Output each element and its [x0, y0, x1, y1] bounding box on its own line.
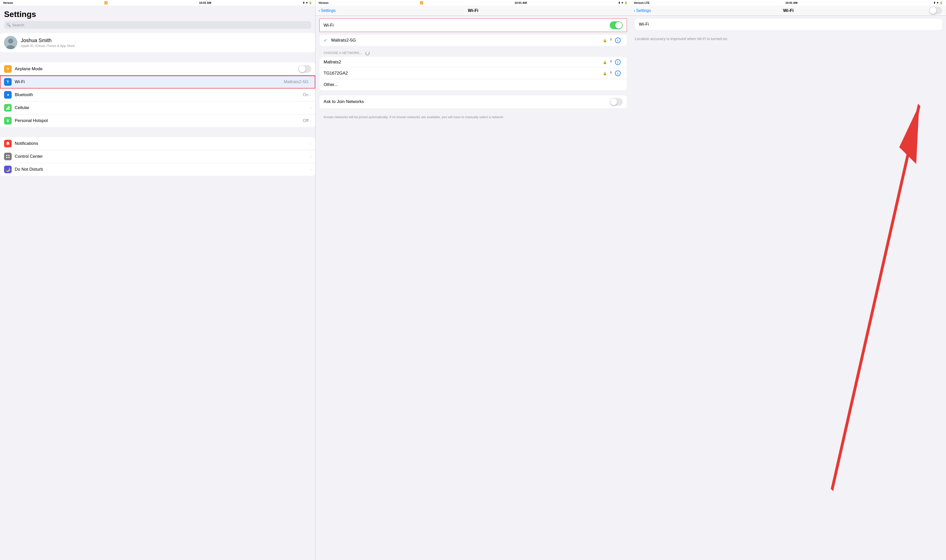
wifi-icon: [4, 78, 12, 86]
network-other-row[interactable]: Other...: [320, 79, 627, 90]
time-left: 10:01 AM: [199, 1, 211, 4]
wifi-off-content: Wi-Fi Location accuracy is improved when…: [631, 16, 946, 560]
airplane-mode-icon: ✈: [4, 65, 12, 73]
ask-join-section: Ask to Join Networks Known networks will…: [320, 95, 627, 123]
system-group: Notifications › Control Center ›: [0, 137, 315, 176]
bluetooth-row[interactable]: ✦ Bluetooth On ›: [0, 89, 315, 102]
do-not-disturb-chevron: ›: [310, 168, 311, 171]
status-bar-left: Verizon 📶 10:01 AM ⬆ ✦ 🔋: [0, 0, 315, 6]
time-middle: 10:01 AM: [515, 1, 527, 4]
svg-point-8: [6, 155, 8, 156]
network-tg-row[interactable]: TG1672GA2 🔒 i: [320, 68, 627, 79]
status-bar-right: Verizon LTE 10:01 AM ⬆ ✦ 🔋: [631, 0, 946, 6]
nav-bar-right: ‹ Settings Wi-Fi: [631, 6, 946, 16]
notifications-label: Notifications: [15, 141, 310, 146]
carrier-left: Verizon: [3, 1, 13, 4]
connected-network-info-btn[interactable]: i: [615, 37, 621, 43]
account-row[interactable]: Joshua Smith Apple ID, iCloud, iTunes & …: [0, 33, 315, 52]
connected-network-group: ✓ Mallrats2-5G 🔒 i: [320, 35, 627, 46]
cellular-row[interactable]: Cellular ›: [0, 102, 315, 114]
account-chevron: ›: [75, 41, 76, 45]
airplane-mode-row[interactable]: ✈ Airplane Mode: [0, 62, 315, 75]
svg-rect-3: [6, 108, 7, 110]
back-label-right: Settings: [636, 8, 651, 13]
tg-signal: [609, 71, 613, 75]
cellular-chevron: ›: [310, 106, 311, 110]
notifications-row[interactable]: Notifications ›: [0, 137, 315, 150]
ask-join-row[interactable]: Ask to Join Networks: [320, 95, 627, 108]
wifi-off-message: Location accuracy is improved when Wi-Fi…: [635, 35, 942, 42]
carrier-right: Verizon LTE: [634, 1, 649, 4]
ask-join-knob: [610, 98, 617, 105]
hotspot-label: Personal Hotspot: [15, 118, 303, 123]
airplane-mode-label: Airplane Mode: [15, 66, 298, 72]
ask-join-description: Known networks will be joined automatica…: [320, 113, 627, 123]
bluetooth-icon: ✦: [4, 91, 12, 98]
mallrats2-info-btn[interactable]: i: [615, 59, 621, 65]
back-button-right[interactable]: ‹ Settings: [634, 8, 651, 13]
svg-rect-5: [8, 106, 9, 110]
do-not-disturb-label: Do Not Disturb: [15, 167, 310, 172]
account-group: Joshua Smith Apple ID, iCloud, iTunes & …: [0, 33, 315, 52]
do-not-disturb-row[interactable]: 🌙 Do Not Disturb ›: [0, 163, 315, 176]
page-title: Settings: [0, 6, 315, 21]
status-bar-middle: Verizon 📶 10:01 AM ⬆ ✦ 🔋: [315, 0, 631, 6]
wifi-main-toggle-row[interactable]: Wi-Fi: [320, 19, 627, 32]
ask-join-label: Ask to Join Networks: [324, 99, 610, 104]
wifi-toggle-switch[interactable]: [610, 21, 623, 29]
svg-point-11: [8, 157, 10, 158]
available-networks-group: Mallrats2 🔒 i: [320, 57, 627, 90]
wifi-off-section: Wi-Fi Location accuracy is improved when…: [635, 19, 942, 42]
wifi-off-knob: [929, 7, 936, 14]
hotspot-value: Off: [303, 118, 308, 123]
status-icons-left: ⬆ ✦ 🔋: [303, 1, 312, 5]
network-tg-name: TG1672GA2: [324, 71, 603, 76]
back-chevron-right: ‹: [634, 8, 635, 13]
tg-icons: 🔒 i: [603, 71, 621, 76]
nav-title-right: Wi-Fi: [783, 8, 794, 13]
wifi-off-group: Wi-Fi: [635, 19, 942, 30]
control-center-row[interactable]: Control Center ›: [0, 150, 315, 163]
avatar: [4, 36, 17, 49]
section-gap-1: [0, 57, 315, 62]
wifi-toggle-group: Wi-Fi: [320, 19, 627, 32]
mallrats2-lock: 🔒: [603, 60, 607, 64]
airplane-mode-toggle[interactable]: [298, 65, 311, 73]
bluetooth-label: Bluetooth: [15, 92, 303, 97]
wifi-value: Mallrats2-5G: [284, 79, 308, 85]
hotspot-row[interactable]: Personal Hotspot Off ›: [0, 114, 315, 127]
wifi-signal-icon-middle: 📶: [420, 1, 423, 5]
connected-network-row[interactable]: ✓ Mallrats2-5G 🔒 i: [320, 35, 627, 46]
mallrats2-signal: [609, 60, 613, 64]
svg-point-1: [8, 38, 13, 44]
wifi-row[interactable]: Wi-Fi Mallrats2-5G ›: [0, 75, 315, 89]
wifi-chevron: ›: [310, 80, 311, 84]
status-icons-right: ⬆ ✦ 🔋: [933, 1, 943, 5]
hotspot-chevron: ›: [310, 119, 311, 123]
ask-join-toggle[interactable]: [610, 98, 623, 106]
back-button-middle[interactable]: ‹ Settings: [318, 8, 335, 13]
notifications-icon: [4, 140, 12, 147]
network-mallrats2-row[interactable]: Mallrats2 🔒 i: [320, 57, 627, 68]
wifi-off-label-row: Wi-Fi: [635, 19, 942, 30]
back-chevron-middle: ‹: [318, 8, 320, 13]
status-icons-middle: ⬆ ✦ 🔋: [618, 1, 628, 5]
carrier-middle: Verizon: [318, 1, 328, 4]
wifi-off-toggle[interactable]: [929, 6, 942, 14]
connectivity-group: ✈ Airplane Mode Wi-Fi Mallrats2-5: [0, 62, 315, 127]
account-subtitle: Apple ID, iCloud, iTunes & App Store: [21, 44, 75, 48]
toggle-knob: [299, 65, 306, 72]
nav-bar-middle: ‹ Settings Wi-Fi: [315, 6, 631, 16]
cellular-label: Cellular: [15, 105, 310, 110]
settings-content: Settings 🔍 Search Joshua Smith A: [0, 6, 315, 560]
notifications-chevron: ›: [310, 142, 311, 146]
bluetooth-chevron: ›: [310, 93, 311, 97]
settings-panel: Verizon 📶 10:01 AM ⬆ ✦ 🔋 Settings 🔍 Sear…: [0, 0, 315, 560]
choose-network-header: CHOOSE A NETWORK...: [320, 49, 627, 57]
search-bar[interactable]: 🔍 Search: [4, 21, 311, 29]
tg-info-btn[interactable]: i: [615, 71, 621, 76]
control-center-icon: [4, 153, 12, 160]
svg-point-9: [8, 155, 10, 156]
checkmark-icon: ✓: [324, 38, 329, 43]
svg-rect-4: [7, 107, 8, 110]
